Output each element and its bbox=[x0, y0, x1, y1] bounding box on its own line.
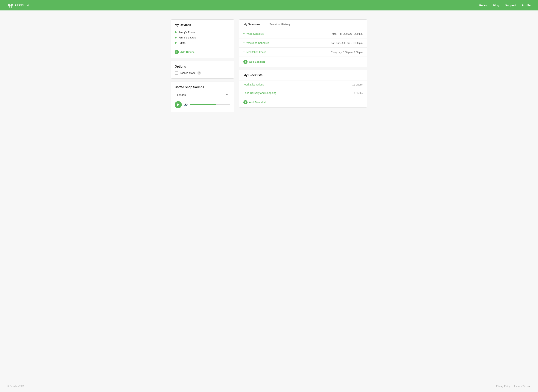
nav-blog[interactable]: Blog bbox=[493, 4, 499, 7]
devices-card: My Devices Jenny's Phone Jenny's Laptop … bbox=[171, 19, 234, 58]
nav-links: Perks Blog Support Profile bbox=[479, 4, 531, 7]
blocklist-name[interactable]: Food Delivery and Shopping bbox=[243, 91, 276, 94]
right-column: My Sessions Session History ▾ Work Sched… bbox=[239, 19, 367, 107]
left-column: My Devices Jenny's Phone Jenny's Laptop … bbox=[171, 19, 234, 112]
add-blocklist-button[interactable]: + Add Blocklist bbox=[243, 100, 266, 104]
volume-icon: 🔊 bbox=[184, 103, 188, 107]
sound-dropdown[interactable]: London New York Paris Tokyo bbox=[175, 92, 230, 98]
add-device-label: Add Device bbox=[180, 51, 194, 54]
volume-slider[interactable] bbox=[190, 104, 230, 105]
volume-slider-fill bbox=[190, 104, 216, 105]
session-name[interactable]: Meditation Focus bbox=[246, 51, 266, 54]
blocklist-name[interactable]: Work Distractions bbox=[243, 83, 264, 86]
tab-my-sessions[interactable]: My Sessions bbox=[239, 20, 265, 29]
options-title: Options bbox=[175, 65, 230, 68]
chevron-down-icon: ▾ bbox=[243, 33, 245, 35]
chevron-down-icon: ▾ bbox=[243, 51, 245, 53]
footer-copyright: © Freedom 2021 bbox=[7, 385, 24, 387]
session-name[interactable]: Weekend Schedule bbox=[246, 42, 269, 44]
session-left: ▾ Weekend Schedule bbox=[243, 42, 269, 44]
list-item: Jenny's Phone bbox=[175, 30, 230, 35]
nav-support[interactable]: Support bbox=[505, 4, 516, 7]
blocklist-count: 12 blocks bbox=[352, 83, 363, 86]
session-time: Sat, Sun, 8:00 am - 10:00 pm bbox=[331, 42, 363, 44]
device-name: Jenny's Laptop bbox=[178, 36, 196, 39]
add-blocklist-label: Add Blocklist bbox=[249, 101, 266, 104]
sound-dropdown-wrapper: London New York Paris Tokyo ▼ bbox=[175, 92, 230, 98]
coffee-sounds-title: Coffee Shop Sounds bbox=[175, 85, 230, 89]
add-session-row: + Add Session bbox=[239, 57, 367, 67]
list-item: Jenny's Laptop bbox=[175, 35, 230, 40]
play-button[interactable] bbox=[175, 101, 182, 108]
add-session-button[interactable]: + Add Session bbox=[243, 60, 265, 64]
device-status-dot bbox=[175, 42, 177, 44]
session-time: Mon - Fri, 9:00 am - 5:00 pm bbox=[332, 33, 363, 35]
add-device-button[interactable]: + Add Device bbox=[175, 50, 230, 54]
navbar: PREMIUM Perks Blog Support Profile bbox=[0, 0, 538, 10]
butterfly-icon bbox=[7, 2, 14, 8]
blocklists-card: My Blocklists Work Distractions 12 block… bbox=[239, 70, 367, 107]
footer-links: Privacy Policy Terms of Service bbox=[496, 385, 531, 387]
sessions-card: My Sessions Session History ▾ Work Sched… bbox=[239, 19, 367, 67]
tabs-header: My Sessions Session History bbox=[239, 20, 367, 29]
session-time: Every day, 8:00 pm - 9:00 pm bbox=[331, 51, 363, 54]
blocklist-count: 9 blocks bbox=[354, 92, 363, 94]
add-circle-icon: + bbox=[243, 100, 248, 104]
device-status-dot bbox=[175, 31, 177, 33]
device-list: Jenny's Phone Jenny's Laptop Tablet bbox=[175, 30, 230, 45]
nav-profile[interactable]: Profile bbox=[522, 4, 531, 7]
sessions-body: ▾ Work Schedule Mon - Fri, 9:00 am - 5:0… bbox=[239, 29, 367, 67]
device-name: Tablet bbox=[178, 41, 185, 44]
footer: © Freedom 2021 Privacy Policy Terms of S… bbox=[0, 380, 538, 392]
table-row: ▾ Weekend Schedule Sat, Sun, 8:00 am - 1… bbox=[239, 38, 367, 48]
logo: PREMIUM bbox=[7, 2, 29, 8]
device-name: Jenny's Phone bbox=[178, 31, 195, 34]
table-row: ▾ Work Schedule Mon - Fri, 9:00 am - 5:0… bbox=[239, 29, 367, 38]
add-circle-icon: + bbox=[175, 50, 179, 54]
main-content: My Devices Jenny's Phone Jenny's Laptop … bbox=[166, 10, 372, 121]
blocklists-title: My Blocklists bbox=[239, 70, 367, 80]
play-icon bbox=[177, 103, 179, 106]
locked-mode-label: Locked Mode bbox=[180, 71, 196, 75]
devices-title: My Devices bbox=[175, 23, 230, 27]
session-left: ▾ Meditation Focus bbox=[243, 51, 266, 54]
coffee-sounds-card: Coffee Shop Sounds London New York Paris… bbox=[171, 82, 234, 112]
session-left: ▾ Work Schedule bbox=[243, 32, 264, 35]
table-row: Work Distractions 12 blocks bbox=[239, 80, 367, 89]
add-circle-icon: + bbox=[243, 60, 248, 64]
table-row: ▾ Meditation Focus Every day, 8:00 pm - … bbox=[239, 48, 367, 57]
locked-mode-checkbox[interactable] bbox=[175, 71, 178, 75]
nav-perks[interactable]: Perks bbox=[479, 4, 487, 7]
audio-controls: 🔊 bbox=[175, 101, 230, 108]
terms-of-service-link[interactable]: Terms of Service bbox=[514, 385, 531, 387]
session-name[interactable]: Work Schedule bbox=[246, 32, 264, 35]
options-card: Options Locked Mode ? bbox=[171, 61, 234, 79]
list-item: Tablet bbox=[175, 40, 230, 45]
chevron-down-icon: ▾ bbox=[243, 42, 245, 44]
table-row: Food Delivery and Shopping 9 blocks bbox=[239, 89, 367, 97]
privacy-policy-link[interactable]: Privacy Policy bbox=[496, 385, 510, 387]
help-icon[interactable]: ? bbox=[198, 71, 201, 75]
logo-text: PREMIUM bbox=[15, 4, 29, 7]
add-session-label: Add Session bbox=[249, 60, 265, 63]
device-status-dot bbox=[175, 37, 177, 38]
tab-session-history[interactable]: Session History bbox=[265, 20, 295, 29]
locked-mode-row: Locked Mode ? bbox=[175, 71, 230, 75]
add-blocklist-row: + Add Blocklist bbox=[239, 97, 367, 107]
